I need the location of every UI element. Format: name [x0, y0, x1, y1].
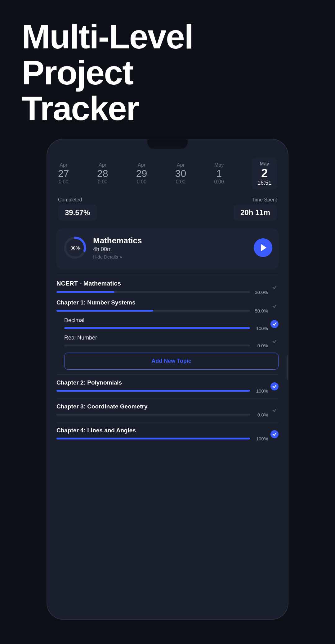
subject-card: 30% Mathematics 4h 00m Hide Details ∧	[56, 228, 279, 269]
topic-real-number-block: Real Number 0.0%	[64, 335, 279, 348]
page-title: Multi-Level Project Tracker	[22, 19, 313, 126]
completed-stat: Completed 39.57%	[58, 197, 97, 221]
play-button[interactable]	[254, 238, 272, 257]
date-apr-30[interactable]: Apr 30 0:00	[175, 162, 186, 185]
hide-details-btn[interactable]: Hide Details ∧	[93, 254, 248, 259]
phone-frame: Apr 27 0:00 Apr 28 0:00 Apr 29 0:00 Apr …	[47, 139, 288, 620]
decimal-progress-fill	[64, 327, 250, 329]
real-number-progress-track	[64, 345, 250, 346]
stats-row: Completed 39.57% Time Spent 20h 11m	[56, 197, 279, 221]
chapter-4-progress-track	[56, 438, 250, 439]
date-may-2-active[interactable]: May 2 16:51	[252, 158, 277, 189]
hero-section: Multi-Level Project Tracker	[0, 0, 335, 139]
date-strip: Apr 27 0:00 Apr 28 0:00 Apr 29 0:00 Apr …	[56, 158, 279, 189]
subject-header: 30% Mathematics 4h 00m Hide Details ∧	[63, 235, 272, 260]
chapter-4-block: Chapter 4: Lines and Angles 100%	[56, 427, 279, 441]
chapter-4-check-icon[interactable]	[270, 430, 279, 438]
chapter-1-progress-track	[56, 310, 250, 312]
chapter-2-progress-track	[56, 390, 250, 392]
add-new-topic-button[interactable]: Add New Topic	[64, 353, 279, 370]
section-progress-track	[56, 291, 250, 293]
decimal-check-icon[interactable]	[270, 320, 279, 328]
real-number-check-icon[interactable]	[270, 337, 279, 345]
subject-info: Mathematics 4h 00m Hide Details ∧	[93, 236, 248, 259]
chapter-3-progress-track	[56, 414, 250, 416]
date-may-1[interactable]: May 1 0:00	[214, 162, 224, 185]
chapter-1-check-icon[interactable]	[270, 302, 279, 310]
date-apr-29[interactable]: Apr 29 0:00	[136, 162, 147, 185]
decimal-progress-track	[64, 327, 250, 329]
section-progress-fill	[56, 291, 114, 293]
chapter-4-progress-fill	[56, 438, 250, 439]
topic-decimal-block: Decimal 100%	[64, 317, 279, 331]
section-check-icon[interactable]	[270, 283, 279, 291]
date-apr-27[interactable]: Apr 27 0:00	[58, 162, 69, 185]
chapter-3-block: Chapter 3: Coordinate Geometry 0.0%	[56, 403, 279, 417]
chapter-2-check-icon[interactable]	[270, 382, 279, 390]
divider-2	[56, 374, 279, 375]
chapter-1-block: Chapter 1: Number Systems 50.0% D	[56, 299, 279, 370]
time-spent-stat: Time Spent 20h 11m	[234, 197, 277, 221]
circle-progress: 30%	[63, 235, 87, 260]
section-ncert: NCERT - Mathematics 30.0%	[56, 280, 279, 295]
chapter-2-progress-fill	[56, 390, 250, 392]
divider-4	[56, 422, 279, 422]
chapter-3-check-icon[interactable]	[270, 406, 279, 414]
divider-1	[56, 274, 279, 274]
chevron-up-icon: ∧	[119, 254, 123, 259]
chapter-1-progress-fill	[56, 310, 153, 312]
subject-details: NCERT - Mathematics 30.0% Chapter 1: Num…	[47, 280, 288, 441]
divider-3	[56, 398, 279, 399]
date-apr-28[interactable]: Apr 28 0:00	[97, 162, 108, 185]
chapter-2-block: Chapter 2: Polynomials 100%	[56, 379, 279, 394]
